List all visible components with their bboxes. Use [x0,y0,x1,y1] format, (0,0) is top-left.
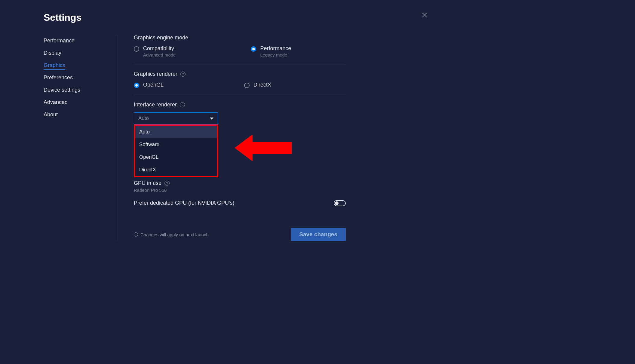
section-title-text: Graphics renderer [134,71,177,77]
radio-icon [134,46,139,52]
sidebar-item-label: Device settings [44,87,80,93]
radio-sublabel: Advanced mode [143,52,176,57]
page-title: Settings [44,12,423,23]
radio-sublabel: Legacy mode [260,52,291,57]
radio-icon [134,83,139,88]
renderer-directx-option[interactable]: DirectX [244,82,271,88]
sidebar-item-preferences[interactable]: Preferences [44,72,108,84]
dropdown-option-opengl[interactable]: OpenGL [135,151,217,164]
info-icon: i [134,232,138,237]
help-icon[interactable]: ? [180,72,186,77]
sidebar-item-label: Display [44,50,61,56]
prefer-dedicated-gpu-label: Prefer dedicated GPU (for NVIDIA GPU's) [134,200,235,206]
info-text: Changes will apply on next launch [140,232,209,237]
graphics-renderer-section: Graphics renderer ? OpenGL DirectX [134,71,346,95]
sidebar-item-device-settings[interactable]: Device settings [44,84,108,96]
radio-label: OpenGL [143,82,164,88]
dropdown-option-auto[interactable]: Auto [135,126,217,138]
sidebar-item-about[interactable]: About [44,109,108,121]
section-title: GPU in use ? [134,180,346,186]
radio-label: DirectX [253,82,271,88]
gpu-value: Radeon Pro 560 [134,188,346,193]
radio-icon [251,46,256,52]
info-message: i Changes will apply on next launch [134,232,209,237]
dropdown-option-software[interactable]: Software [135,138,217,151]
radio-icon [244,83,250,88]
save-button[interactable]: Save changes [291,228,346,241]
sidebar-item-label: Performance [44,38,75,44]
close-icon[interactable] [422,12,428,18]
sidebar: Performance Display Graphics Preferences… [44,35,117,241]
section-title-text: GPU in use [134,180,161,186]
renderer-opengl-option[interactable]: OpenGL [134,82,164,88]
dropdown-value: Auto [138,115,149,121]
sidebar-item-graphics[interactable]: Graphics [44,59,108,72]
sidebar-item-label: Advanced [44,99,68,105]
section-title-text: Interface renderer [134,102,177,108]
gpu-section: GPU in use ? Radeon Pro 560 Prefer dedic… [134,180,346,213]
radio-label: Compatibility [143,45,176,52]
engine-compatibility-option[interactable]: Compatibility Advanced mode [134,45,176,57]
section-title: Graphics renderer ? [134,71,346,77]
sidebar-item-label: Graphics [44,62,65,70]
help-icon[interactable]: ? [164,181,170,186]
sidebar-item-display[interactable]: Display [44,47,108,59]
engine-performance-option[interactable]: Performance Legacy mode [251,45,291,57]
svg-marker-0 [235,134,292,161]
radio-label: Performance [260,45,291,52]
sidebar-item-label: Preferences [44,75,73,81]
section-title: Interface renderer ? [134,102,346,108]
chevron-down-icon [210,118,213,120]
dropdown-option-directx[interactable]: DirectX [135,164,217,176]
help-icon[interactable]: ? [180,102,185,107]
annotation-arrow [235,130,295,166]
sidebar-item-performance[interactable]: Performance [44,35,108,47]
section-title: Graphics engine mode [134,35,346,41]
graphics-engine-section: Graphics engine mode Compatibility Advan… [134,35,346,64]
prefer-dedicated-gpu-toggle[interactable] [334,200,346,206]
interface-renderer-dropdown[interactable]: Auto [134,112,218,124]
sidebar-item-advanced[interactable]: Advanced [44,96,108,109]
interface-renderer-dropdown-list: Auto Software OpenGL DirectX [134,124,218,177]
sidebar-item-label: About [44,112,58,118]
